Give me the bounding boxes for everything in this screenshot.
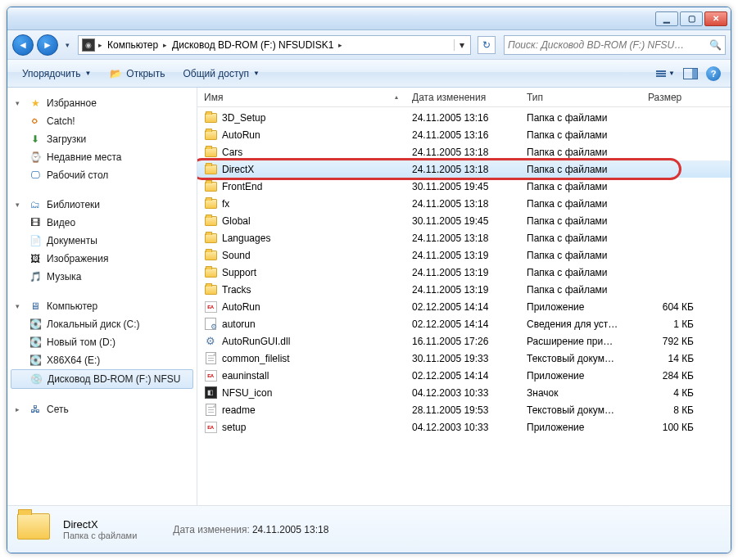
arrow-left-icon: ◄ [18, 39, 28, 51]
minimize-button[interactable]: ▁ [655, 11, 678, 26]
favorites-header[interactable]: ▾★Избранное [11, 94, 193, 112]
file-date: 02.12.2005 14:14 [405, 370, 520, 382]
back-button[interactable]: ◄ [12, 34, 34, 56]
file-row[interactable]: autorun02.12.2005 14:14Сведения для уст…… [197, 315, 731, 332]
sidebar-item-downloads[interactable]: ⬇Загрузки [11, 130, 193, 148]
organize-button[interactable]: Упорядочить ▼ [14, 65, 99, 83]
sidebar-item-pictures[interactable]: 🖼Изображения [11, 250, 193, 268]
file-name: FrontEnd [222, 181, 262, 192]
sidebar-item-desktop[interactable]: 🖵Рабочий стол [11, 166, 193, 184]
disc-icon: 💿 [29, 373, 43, 386]
sidebar-item-drive-c[interactable]: 💽Локальный диск (C:) [11, 315, 193, 333]
view-options-button[interactable]: ▼ [653, 68, 678, 79]
sidebar-item-recent[interactable]: ⌚Недавние места [11, 148, 193, 166]
inf-file-icon [204, 318, 217, 331]
folder-icon [204, 111, 217, 124]
column-type[interactable]: Тип [520, 92, 641, 103]
breadcrumb-dropdown[interactable]: ▾ [454, 39, 469, 51]
star-icon: ★ [29, 97, 42, 110]
chevron-right-icon[interactable]: ▸ [337, 41, 344, 49]
file-list-body[interactable]: 3D_Setup24.11.2005 13:16Папка с файламиA… [197, 107, 731, 505]
chevron-right-icon[interactable]: ▸ [161, 41, 169, 49]
file-name: autorun [222, 318, 256, 330]
sidebar-item-drive-e[interactable]: 💽X86X64 (E:) [11, 351, 193, 369]
sidebar-item-music[interactable]: 🎵Музыка [11, 268, 193, 286]
file-row[interactable]: Tracks24.11.2005 13:19Папка с файлами [197, 281, 731, 298]
search-input[interactable]: Поиск: Дисковод BD-ROM (F:) NFSU… 🔍 [504, 35, 726, 55]
breadcrumb-segment[interactable]: Дисковод BD-ROM (F:) NFSUDISK1 [169, 39, 337, 51]
column-date[interactable]: Дата изменения [405, 92, 520, 103]
open-button[interactable]: 📂Открыть [101, 64, 173, 84]
file-name: Global [222, 215, 251, 227]
download-icon: ⬇ [29, 133, 42, 146]
file-row[interactable]: FrontEnd30.11.2005 19:45Папка с файлами [197, 178, 731, 195]
file-name: Languages [222, 233, 270, 244]
preview-pane-button[interactable] [680, 66, 701, 81]
file-row[interactable]: common_filelist30.11.2005 19:33Текстовый… [197, 350, 731, 367]
libraries-header[interactable]: ▾🗂Библиотеки [11, 196, 193, 214]
file-row[interactable]: EAAutoRun02.12.2005 14:14Приложение604 К… [197, 298, 731, 315]
drive-icon: 💽 [29, 354, 42, 367]
file-row[interactable]: Global30.11.2005 19:45Папка с файлами [197, 212, 731, 229]
file-row[interactable]: fx24.11.2005 13:18Папка с файлами [197, 195, 731, 212]
sidebar-item-drive-f[interactable]: 💿Дисковод BD-ROM (F:) NFSU [11, 369, 193, 389]
file-name: Support [222, 267, 256, 278]
file-row[interactable]: DirectX24.11.2005 13:18Папка с файлами [197, 160, 731, 178]
file-type: Текстовый докум… [520, 404, 641, 416]
sidebar-item-drive-d[interactable]: 💽Новый том (D:) [11, 333, 193, 351]
desktop-icon: 🖵 [29, 169, 42, 182]
libraries-group: ▾🗂Библиотеки 🎞Видео 📄Документы 🖼Изображе… [11, 196, 193, 286]
ea-app-icon: EA [204, 421, 217, 434]
history-dropdown[interactable]: ▾ [61, 39, 73, 51]
sidebar-item-catch[interactable]: ⭘Catch! [11, 112, 193, 130]
file-row[interactable]: 3D_Setup24.11.2005 13:16Папка с файлами [197, 109, 731, 126]
file-row[interactable]: AutoRun24.11.2005 13:16Папка с файлами [197, 126, 731, 143]
file-size: 604 КБ [641, 301, 700, 313]
column-size[interactable]: Размер [641, 92, 700, 103]
file-date: 30.11.2005 19:33 [405, 353, 520, 364]
chevron-right-icon[interactable]: ▸ [97, 41, 104, 49]
folder-icon [204, 249, 217, 262]
column-name[interactable]: Имя▴ [197, 92, 405, 103]
forward-button[interactable]: ► [37, 34, 58, 56]
file-type: Папка с файлами [520, 250, 641, 261]
refresh-button[interactable]: ↻ [478, 36, 496, 54]
file-row[interactable]: EAeauninstall02.12.2005 14:14Приложение2… [197, 367, 731, 384]
file-size: 100 КБ [641, 422, 700, 433]
file-row[interactable]: readme28.11.2005 19:53Текстовый докум…8 … [197, 401, 731, 418]
toolbar: Упорядочить ▼ 📂Открыть Общий доступ ▼ ▼ … [7, 60, 731, 88]
close-button[interactable]: ✕ [704, 11, 727, 26]
sidebar-item-documents[interactable]: 📄Документы [11, 232, 193, 250]
file-type: Сведения для уст… [520, 318, 641, 330]
file-date: 24.11.2005 13:18 [405, 198, 520, 210]
help-button[interactable]: ? [703, 65, 724, 83]
file-row[interactable]: EAsetup04.12.2003 10:33Приложение100 КБ [197, 418, 731, 436]
file-type: Папка с файлами [520, 164, 641, 175]
details-subtitle: Папка с файлами [63, 531, 137, 540]
file-name: common_filelist [222, 353, 290, 364]
file-row[interactable]: Languages24.11.2005 13:18Папка с файлами [197, 229, 731, 246]
share-button[interactable]: Общий доступ ▼ [174, 65, 268, 83]
maximize-button[interactable]: ▢ [680, 11, 703, 26]
folder-icon [17, 513, 52, 546]
file-type: Папка с файлами [520, 129, 641, 141]
file-row[interactable]: Sound24.11.2005 13:19Папка с файлами [197, 246, 731, 264]
sidebar-item-videos[interactable]: 🎞Видео [11, 214, 193, 232]
file-row[interactable]: ⚙AutoRunGUI.dll16.11.2005 17:26Расширени… [197, 332, 731, 350]
computer-group: ▾🖥Компьютер 💽Локальный диск (C:) 💽Новый … [11, 297, 193, 389]
file-list: Имя▴ Дата изменения Тип Размер 3D_Setup2… [197, 88, 731, 505]
dll-file-icon: ⚙ [204, 335, 217, 348]
folder-icon [204, 163, 217, 176]
libraries-icon: 🗂 [29, 198, 42, 211]
file-type: Значок [520, 387, 641, 399]
file-date: 24.11.2005 13:18 [405, 233, 520, 244]
file-type: Приложение [520, 422, 641, 433]
computer-header[interactable]: ▾🖥Компьютер [11, 297, 193, 315]
file-row[interactable]: Cars24.11.2005 13:18Папка с файлами [197, 143, 731, 160]
file-type: Папка с файлами [520, 284, 641, 296]
breadcrumb[interactable]: ◉ ▸ Компьютер ▸ Дисковод BD-ROM (F:) NFS… [78, 35, 471, 55]
breadcrumb-segment[interactable]: Компьютер [104, 39, 161, 51]
file-row[interactable]: ◧NFSU_icon04.12.2003 10:33Значок4 КБ [197, 384, 731, 401]
file-row[interactable]: Support24.11.2005 13:19Папка с файлами [197, 264, 731, 281]
network-header[interactable]: ▸🖧Сеть [11, 400, 193, 418]
